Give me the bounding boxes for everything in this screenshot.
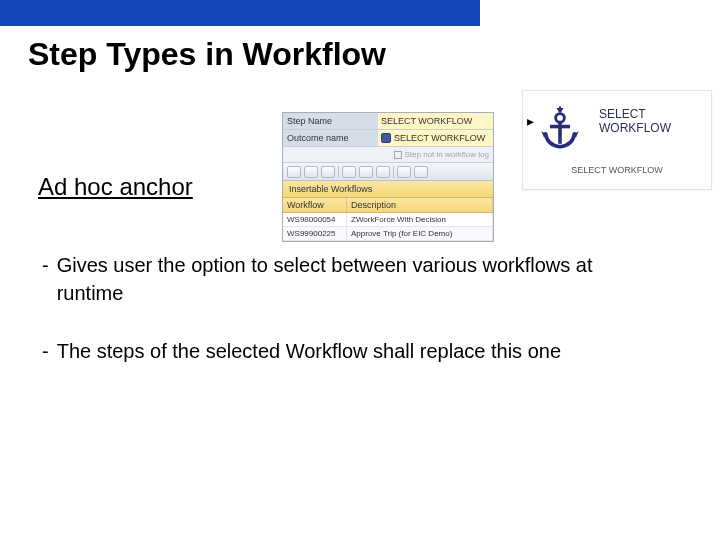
- sap-toolbar: [283, 163, 493, 181]
- toolbar-separator: [393, 166, 394, 178]
- anchor-icon: [537, 105, 583, 151]
- workflow-desc: ZWorkForce With Decision: [347, 213, 493, 226]
- toolbar-button: [376, 166, 390, 178]
- anchor-label-line1: SELECT: [599, 107, 671, 121]
- bullet-item: - Gives user the option to select betwee…: [42, 251, 720, 307]
- bullet-item: - The steps of the selected Workflow sha…: [42, 337, 720, 365]
- bullet-text: The steps of the selected Workflow shall…: [57, 337, 561, 365]
- step-name-value: SELECT WORKFLOW: [378, 113, 493, 129]
- toolbar-button: [397, 166, 411, 178]
- col-description: Description: [347, 198, 493, 212]
- workflow-id: WS98000054: [283, 213, 347, 226]
- outcome-row: Outcome name SELECT WORKFLOW: [283, 130, 493, 147]
- toolbar-button: [321, 166, 335, 178]
- bullet-dash: -: [42, 337, 49, 365]
- sap-panel: Step Name SELECT WORKFLOW Outcome name S…: [282, 112, 494, 242]
- svg-point-2: [556, 114, 565, 123]
- bullet-text: Gives user the option to select between …: [57, 251, 607, 307]
- step-log-row: Step not in workflow log: [283, 147, 493, 163]
- toolbar-button: [287, 166, 301, 178]
- anchor-block: ▸ SELECT WORKFLOW SELECT WORKFLOW: [522, 90, 712, 190]
- header-bar: [0, 0, 480, 26]
- table-row: WS98000054 ZWorkForce With Decision: [283, 213, 493, 227]
- workflow-desc: Approve Trip (for EIC Demo): [347, 227, 493, 240]
- slide-title: Step Types in Workflow: [28, 36, 720, 73]
- step-name-text: SELECT WORKFLOW: [381, 116, 472, 126]
- outcome-text: SELECT WORKFLOW: [394, 133, 485, 143]
- toolbar-button: [304, 166, 318, 178]
- anchor-caption: SELECT WORKFLOW: [531, 165, 703, 175]
- toolbar-button: [359, 166, 373, 178]
- anchor-label-line2: WORKFLOW: [599, 121, 671, 135]
- step-name-label: Step Name: [283, 113, 378, 129]
- step-name-row: Step Name SELECT WORKFLOW: [283, 113, 493, 130]
- outcome-label: Outcome name: [283, 130, 378, 146]
- toolbar-separator: [338, 166, 339, 178]
- section-header: Insertable Workflows: [283, 181, 493, 198]
- bullet-dash: -: [42, 251, 49, 307]
- toolbar-button: [342, 166, 356, 178]
- col-workflow: Workflow: [283, 198, 347, 212]
- outcome-icon: [381, 133, 391, 143]
- anchor-label: SELECT WORKFLOW: [599, 107, 671, 136]
- outcome-value: SELECT WORKFLOW: [378, 130, 493, 146]
- step-log-checkbox: [394, 151, 402, 159]
- step-log-text: Step not in workflow log: [405, 150, 490, 159]
- pointer-icon: ▸: [527, 113, 534, 129]
- toolbar-button: [414, 166, 428, 178]
- bullet-list: - Gives user the option to select betwee…: [42, 251, 720, 365]
- anchor-icon-wrap: ▸: [531, 99, 589, 157]
- column-headers: Workflow Description: [283, 198, 493, 213]
- workflow-id: WS99900225: [283, 227, 347, 240]
- table-row: WS99900225 Approve Trip (for EIC Demo): [283, 227, 493, 241]
